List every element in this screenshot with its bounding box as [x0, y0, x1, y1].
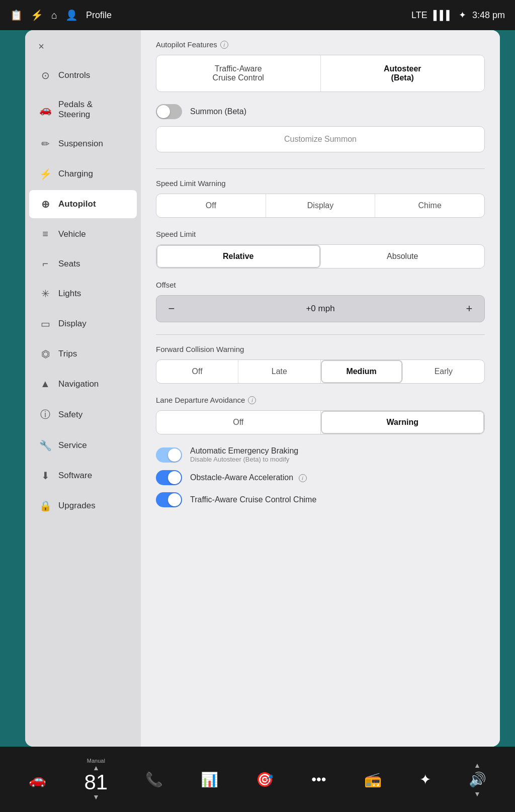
autopilot-feature-buttons: Traffic-AwareCruise Control Autosteer(Be… [156, 55, 485, 92]
summon-section: Summon (Beta) Customize Summon [156, 104, 485, 156]
fcw-early-button[interactable]: Early [403, 360, 484, 383]
seats-icon: ⌐ [39, 258, 51, 269]
upgrades-icon: 🔒 [39, 500, 51, 512]
aeb-label-container: Automatic Emergency Braking Disable Auto… [190, 446, 298, 463]
taskbar: 🚗 Manual ▲ 81 ▼ 📞 📊 🎯 ••• 📻 ✦ ▲ 🔊 ▼ [0, 747, 515, 812]
tacc-chime-toggle-knob [168, 493, 181, 506]
pedals-icon: 🚗 [39, 104, 51, 116]
home-icon: ⌂ [51, 10, 57, 21]
lda-off-button[interactable]: Off [156, 411, 321, 434]
oaa-label-container: Obstacle-Aware Acceleration i [190, 473, 307, 482]
signal-bars: ▌▌▌ [434, 10, 453, 21]
more-icon: ••• [311, 771, 326, 787]
speed-limit-buttons: Relative Absolute [156, 244, 485, 268]
sidebar-item-seats[interactable]: ⌐ Seats [29, 250, 137, 278]
customize-summon-button[interactable]: Customize Summon [156, 126, 485, 152]
sidebar-item-suspension[interactable]: ✏ Suspension [29, 130, 137, 158]
sidebar-item-controls[interactable]: ⊙ Controls [29, 61, 137, 89]
taskbar-car[interactable]: 🚗 [29, 771, 46, 788]
radio-icon: 📻 [364, 771, 382, 788]
sidebar-item-display[interactable]: ▭ Display [29, 310, 137, 338]
sidebar-item-navigation[interactable]: ▲ Navigation [29, 370, 137, 398]
bluetooth-icon: ✦ [419, 771, 431, 788]
oaa-info-icon[interactable]: i [299, 474, 307, 482]
aeb-row: Automatic Emergency Braking Disable Auto… [156, 446, 485, 463]
safety-label: Safety [58, 410, 82, 420]
tacc-chime-row: Traffic-Aware Cruise Control Chime [156, 492, 485, 507]
traffic-aware-cruise-button[interactable]: Traffic-AwareCruise Control [156, 55, 321, 92]
summon-toggle[interactable] [156, 104, 182, 119]
taskbar-bluetooth[interactable]: ✦ [419, 771, 431, 788]
taskbar-phone[interactable]: 📞 [145, 771, 163, 788]
profile-label[interactable]: Profile [86, 10, 112, 21]
sidebar-item-trips[interactable]: ⏣ Trips [29, 340, 137, 368]
offset-decrease-button[interactable]: − [156, 296, 187, 322]
sidebar-item-safety[interactable]: ⓘ Safety [29, 400, 137, 429]
safety-icon: ⓘ [39, 408, 51, 421]
fcw-late-button[interactable]: Late [238, 360, 320, 383]
sidebar-item-service[interactable]: 🔧 Service [29, 431, 137, 460]
lda-buttons: Off Warning [156, 410, 485, 434]
charging-icon: ⚡ [39, 168, 51, 180]
speed-limit-section: Speed Limit Relative Absolute [156, 230, 485, 268]
sidebar: ⊙ Controls 🚗 Pedals & Steering ✏ Suspens… [25, 30, 141, 747]
taskbar-volume[interactable]: ▲ 🔊 ▼ [469, 761, 486, 798]
divider-2 [156, 334, 485, 335]
sidebar-item-lights[interactable]: ✳ Lights [29, 280, 137, 308]
divider-1 [156, 168, 485, 169]
autopilot-features-title: Autopilot Features i [156, 40, 485, 49]
navigation-label: Navigation [58, 379, 99, 389]
lte-label: LTE [411, 10, 427, 21]
vehicle-icon: ≡ [39, 228, 51, 240]
oaa-toggle[interactable] [156, 470, 182, 485]
vehicle-label: Vehicle [58, 229, 86, 239]
taskbar-radio[interactable]: 📻 [364, 771, 382, 788]
autopilot-label: Autopilot [58, 199, 96, 209]
autopilot-features-info-icon[interactable]: i [220, 41, 228, 49]
taskbar-more[interactable]: ••• [311, 771, 326, 787]
sidebar-item-pedals[interactable]: 🚗 Pedals & Steering [29, 92, 137, 128]
lda-warning-button[interactable]: Warning [321, 411, 485, 434]
display-label: Display [58, 319, 87, 329]
offset-section: Offset − +0 mph + [156, 281, 485, 322]
speed-container[interactable]: Manual ▲ 81 ▼ [84, 758, 108, 801]
volume-icon: 🔊 [469, 771, 486, 788]
lane-departure-info-icon[interactable]: i [248, 396, 256, 404]
offset-value: +0 mph [187, 304, 454, 314]
offset-increase-button[interactable]: + [454, 296, 484, 322]
speed-limit-absolute-button[interactable]: Absolute [321, 245, 485, 268]
taskbar-music[interactable]: 📊 [201, 771, 218, 788]
autopilot-icon: ⊕ [39, 198, 51, 210]
software-label: Software [58, 471, 92, 481]
close-button[interactable]: × [33, 38, 49, 54]
sidebar-item-charging[interactable]: ⚡ Charging [29, 160, 137, 188]
sidebar-item-upgrades[interactable]: 🔒 Upgrades [29, 492, 137, 520]
speed-warning-off-button[interactable]: Off [156, 194, 266, 217]
speed-warning-display-button[interactable]: Display [266, 194, 376, 217]
aeb-toggle[interactable] [156, 447, 182, 463]
autosteer-button[interactable]: Autosteer(Beta) [321, 55, 485, 92]
speed-limit-relative-button[interactable]: Relative [156, 245, 321, 268]
sidebar-item-autopilot[interactable]: ⊕ Autopilot [29, 190, 137, 218]
sidebar-item-software[interactable]: ⬇ Software [29, 462, 137, 490]
speed-warning-chime-button[interactable]: Chime [375, 194, 484, 217]
volume-down-arrow: ▼ [474, 790, 481, 798]
forward-collision-warning-section: Forward Collision Warning Off Late Mediu… [156, 345, 485, 384]
display-icon: ▭ [39, 318, 51, 330]
right-content: Autopilot Features i Traffic-AwareCruise… [141, 30, 500, 747]
fcw-off-button[interactable]: Off [156, 360, 238, 383]
lane-departure-avoidance-section: Lane Departure Avoidance i Off Warning [156, 396, 485, 434]
summon-toggle-row: Summon (Beta) [156, 104, 485, 119]
fcw-medium-button[interactable]: Medium [321, 360, 403, 383]
controls-icon: ⊙ [39, 69, 51, 81]
summon-toggle-knob [157, 105, 170, 118]
suspension-icon: ✏ [39, 138, 51, 150]
tacc-chime-toggle[interactable] [156, 492, 182, 507]
document-icon: 📋 [10, 9, 23, 21]
car-icon: 🚗 [29, 771, 46, 788]
aeb-label: Automatic Emergency Braking [190, 446, 298, 456]
taskbar-camera[interactable]: 🎯 [256, 771, 274, 788]
sidebar-item-vehicle[interactable]: ≡ Vehicle [29, 220, 137, 248]
status-left: 📋 ⚡ ⌂ 👤 Profile [10, 9, 112, 21]
lights-icon: ✳ [39, 288, 51, 300]
